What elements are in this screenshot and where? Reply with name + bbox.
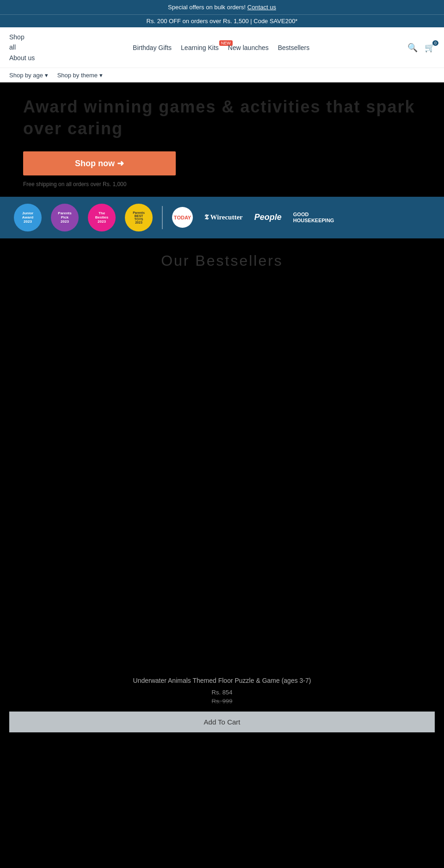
product-original-price: Rs. 999 (9, 698, 435, 705)
banner2-text: Rs. 200 OFF on orders over Rs. 1,500 | C… (147, 18, 298, 25)
bestsellers-title: Our Bestsellers (9, 252, 435, 269)
nav-about-us[interactable]: About us (9, 53, 35, 63)
banner1-text: Special offers on bulk orders! (168, 4, 246, 11)
award-badge-junior: JuniorAward2023 (14, 204, 42, 231)
bestsellers-section: Our Bestsellers (0, 238, 444, 297)
nav-learning-kits[interactable]: Learning Kits NEW (181, 44, 219, 51)
nav-bestsellers[interactable]: Bestsellers (278, 44, 309, 51)
search-button[interactable]: 🔍 (407, 43, 418, 53)
media-logos: TODAY 𝕿 Wirecutter People GOODHOUSEKEEPI… (172, 207, 430, 228)
nav-all[interactable]: all (9, 42, 35, 52)
people-logo: People (254, 212, 282, 222)
award-badge-besties: TheBesties2023 (88, 204, 116, 231)
nav-birthday-gifts[interactable]: Birthday Gifts (133, 44, 172, 51)
header-icons: 🔍 🛒 0 (407, 43, 435, 53)
header-center-nav: Birthday Gifts Learning Kits NEW New lau… (133, 44, 309, 51)
product-price: Rs. 854 (9, 689, 435, 696)
cart-button[interactable]: 🛒 0 (425, 43, 435, 53)
add-to-cart-button[interactable]: Add To Cart (9, 712, 435, 732)
sub-nav: Shop by age Shop by theme (0, 68, 444, 82)
award-badge-best-toys: ParentsBESTTOYS2023 (125, 204, 153, 231)
header-left-nav: Shop all About us (9, 32, 35, 63)
shop-now-button[interactable]: Shop now ➜ (23, 151, 176, 175)
award-badge-parents: ParentsPick2023 (51, 204, 79, 231)
nav-new-launches[interactable]: New launches (228, 44, 269, 51)
product-card: Underwater Animals Themed Floor Puzzle &… (0, 668, 444, 742)
awards-bar: JuniorAward2023 ParentsPick2023 TheBesti… (0, 197, 444, 238)
today-logo: TODAY (172, 207, 193, 228)
contact-us-link[interactable]: Contact us (247, 4, 276, 11)
hero-section: Award winning games & activities that sp… (0, 82, 444, 197)
hero-subtitle: Free shipping on all orders over Rs. 1,0… (23, 181, 421, 187)
shop-by-age[interactable]: Shop by age (9, 72, 48, 79)
good-housekeeping-logo: GOODHOUSEKEEPING (293, 212, 334, 224)
awards-divider (162, 206, 163, 229)
products-loading-area (0, 297, 444, 668)
top-banner-2: Rs. 200 OFF on orders over Rs. 1,500 | C… (0, 14, 444, 27)
hero-title: Award winning games & activities that sp… (23, 96, 421, 140)
cart-count-badge: 0 (432, 40, 438, 46)
product-name: Underwater Animals Themed Floor Puzzle &… (9, 677, 435, 684)
shop-by-theme[interactable]: Shop by theme (57, 72, 103, 79)
nav-shop[interactable]: Shop (9, 32, 35, 42)
top-banner-1: Special offers on bulk orders! Contact u… (0, 0, 444, 14)
header: Shop all About us Birthday Gifts Learnin… (0, 27, 444, 68)
wirecutter-logo: 𝕿 Wirecutter (204, 213, 243, 221)
